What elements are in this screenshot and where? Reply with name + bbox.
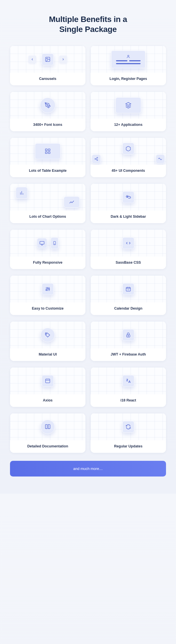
svg-point-20 xyxy=(46,333,47,334)
svg-point-15 xyxy=(46,289,47,290)
card-label: Lots of Chart Options xyxy=(10,211,85,223)
pie-chart-icon xyxy=(122,143,134,155)
page-title: Multiple Benefits in aSingle Package xyxy=(10,14,166,34)
svg-point-22 xyxy=(128,336,129,336)
card-label: Dark & Light Sidebar xyxy=(91,211,166,223)
benefits-grid: Carousels Login, Register Pages 3400+ Fo… xyxy=(10,46,166,453)
layers-icon xyxy=(115,97,141,113)
grid-icon xyxy=(35,143,61,159)
browser-icon xyxy=(42,375,54,387)
card-label: Material UI xyxy=(10,348,85,361)
card-label: Login, Register Pages xyxy=(91,73,166,85)
card-responsive: Fully Responsive xyxy=(10,229,85,269)
svg-point-2 xyxy=(128,55,129,56)
svg-point-14 xyxy=(54,244,55,244)
svg-rect-21 xyxy=(127,335,130,337)
card-customize: Easy to Customize xyxy=(10,275,85,315)
smartphone-icon xyxy=(51,237,59,249)
card-label: Lots of Table Example xyxy=(10,165,85,177)
arrow-left-icon xyxy=(29,56,36,63)
svg-point-16 xyxy=(47,288,48,288)
svg-rect-23 xyxy=(46,379,50,383)
sun-cloud-icon xyxy=(122,191,134,203)
svg-point-3 xyxy=(47,104,48,106)
svg-rect-12 xyxy=(40,241,44,244)
svg-point-8 xyxy=(97,157,98,158)
card-label: 45+ UI Components xyxy=(91,165,166,177)
card-label: 3400+ Font Icons xyxy=(10,119,85,131)
card-label: Carousels xyxy=(10,73,85,85)
lock-icon xyxy=(122,329,134,341)
svg-rect-4 xyxy=(45,149,47,150)
card-sidebar: Dark & Light Sidebar xyxy=(91,183,166,223)
book-icon xyxy=(41,420,55,434)
card-label: Detailed Documentation xyxy=(10,440,85,453)
card-label: i18 React xyxy=(91,394,166,407)
card-material-ui: Material UI xyxy=(10,321,85,361)
pen-icon xyxy=(40,98,55,113)
svg-point-17 xyxy=(49,288,49,289)
svg-rect-5 xyxy=(48,149,50,150)
svg-rect-7 xyxy=(48,152,50,153)
svg-point-9 xyxy=(95,158,96,160)
card-label: JWT + Firebase Auth xyxy=(91,348,166,361)
card-applications: 12+ Applications xyxy=(91,92,166,131)
card-label: Calendar Design xyxy=(91,302,166,315)
bar-chart-icon xyxy=(16,187,28,199)
card-documentation: Detailed Documentation xyxy=(10,413,85,453)
sliders-icon xyxy=(42,283,54,295)
card-charts: Lots of Chart Options xyxy=(10,183,85,223)
svg-rect-6 xyxy=(45,152,47,153)
card-label: Fully Responsive xyxy=(10,257,85,269)
refresh-icon xyxy=(122,421,134,433)
svg-point-10 xyxy=(97,160,98,161)
login-form-icon xyxy=(111,51,145,68)
card-updates: Regular Updates xyxy=(91,413,166,453)
card-label: Axios xyxy=(10,394,85,407)
card-label: Regular Updates xyxy=(91,440,166,453)
svg-point-1 xyxy=(47,58,47,59)
card-label: 12+ Applications xyxy=(91,119,166,131)
card-table: Lots of Table Example xyxy=(10,138,85,177)
card-label: SassBase CSS xyxy=(91,257,166,269)
card-label: Easy to Customize xyxy=(10,302,85,315)
card-i18: i18 React xyxy=(91,367,166,407)
code-icon xyxy=(122,237,134,249)
card-jwt-auth: JWT + Firebase Auth xyxy=(91,321,166,361)
line-chart-icon xyxy=(64,196,80,208)
monitor-icon xyxy=(37,238,47,248)
card-font-icons: 3400+ Font Icons xyxy=(10,92,85,131)
calendar-icon: 12 xyxy=(122,283,134,295)
card-login: Login, Register Pages xyxy=(91,46,166,85)
wave-icon xyxy=(156,154,165,163)
share-icon xyxy=(92,154,101,163)
translate-icon xyxy=(122,375,134,387)
cta-banner: and much more… xyxy=(10,461,166,477)
tag-icon xyxy=(41,328,55,342)
arrow-right-icon xyxy=(59,56,67,63)
svg-text:12: 12 xyxy=(127,289,129,290)
card-calendar: 12 Calendar Design xyxy=(91,275,166,315)
card-ui-components: 45+ UI Components xyxy=(91,138,166,177)
card-carousels: Carousels xyxy=(10,46,85,85)
card-sass: SassBase CSS xyxy=(91,229,166,269)
card-axios: Axios xyxy=(10,367,85,407)
image-icon xyxy=(42,53,54,65)
